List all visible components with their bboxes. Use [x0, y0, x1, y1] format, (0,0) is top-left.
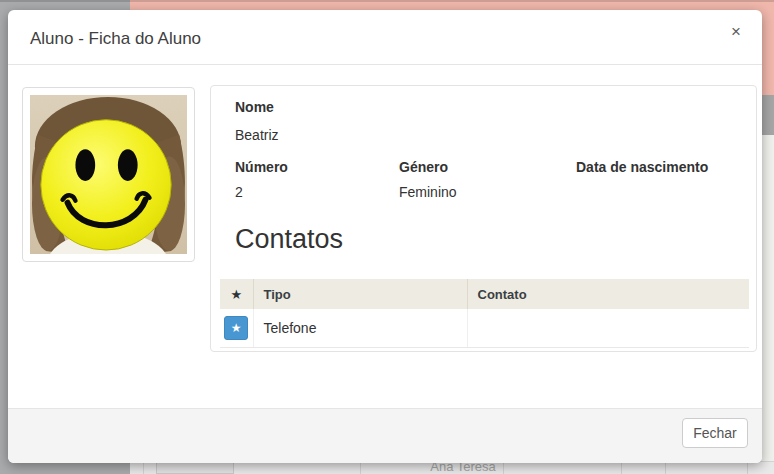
modal-header: Aluno - Ficha do Aluno × — [8, 10, 762, 65]
genero-value: Feminino — [399, 184, 457, 200]
nome-label: Nome — [235, 99, 274, 115]
contact-row-star-cell: ★ — [220, 309, 253, 347]
contacts-table-header-row: ★ Tipo Contato — [220, 279, 749, 309]
genero-label: Género — [399, 159, 448, 175]
favorite-star-icon[interactable]: ★ — [224, 316, 248, 340]
student-info-panel: Nome Beatriz Número 2 Género Feminino Da… — [210, 85, 757, 352]
contact-row: ★ Telefone — [220, 309, 749, 347]
star-header-icon: ★ — [220, 279, 253, 309]
modal-title: Aluno - Ficha do Aluno — [30, 10, 201, 68]
modal-footer: Fechar — [8, 408, 762, 463]
close-icon[interactable]: × — [724, 20, 748, 44]
student-photo-card — [22, 87, 195, 262]
student-photo-smiley — [30, 95, 187, 254]
column-header-contato: Contato — [467, 279, 749, 309]
contact-contato-cell — [467, 309, 749, 347]
student-record-modal: Aluno - Ficha do Aluno × — [8, 10, 762, 463]
nascimento-label: Data de nascimento — [576, 159, 708, 175]
contacts-table: ★ Tipo Contato ★ Telefone — [220, 279, 749, 348]
fechar-button[interactable]: Fechar — [682, 418, 748, 448]
column-header-tipo: Tipo — [253, 279, 467, 309]
background-top-border — [0, 0, 774, 2]
contact-tipo-cell: Telefone — [253, 309, 467, 347]
numero-label: Número — [235, 159, 288, 175]
contacts-heading: Contatos — [235, 224, 343, 255]
nome-value: Beatriz — [235, 127, 279, 143]
numero-value: 2 — [235, 184, 243, 200]
